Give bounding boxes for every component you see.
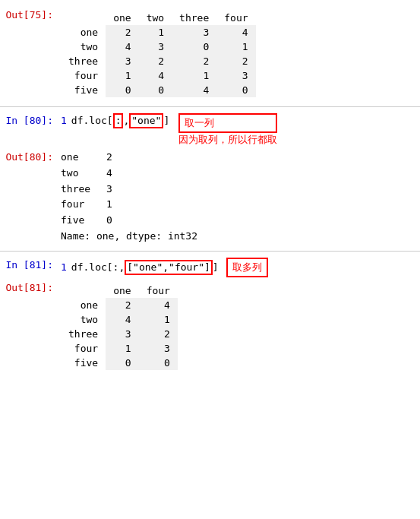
in80-string: "one" bbox=[129, 113, 163, 128]
cell-value: 4 bbox=[172, 83, 216, 97]
annotation-qu-yi-lie: 取一列 bbox=[178, 113, 277, 133]
in81-string: ["one","four"] bbox=[125, 260, 213, 275]
out81-table: one four one24two41three32four13five00 bbox=[61, 283, 178, 370]
cell-value: 4 bbox=[139, 68, 172, 83]
out75-cell: Out[75]: one two three four one2134two43… bbox=[0, 8, 420, 100]
cell-value: 1 bbox=[172, 68, 216, 83]
cell-value: 3 bbox=[106, 327, 138, 341]
cell-value: 0 bbox=[106, 356, 138, 370]
cell-value: 0 bbox=[139, 356, 178, 370]
row-label: four bbox=[61, 68, 106, 83]
series-val: 3 bbox=[106, 182, 112, 198]
annotation-qu-duo-lie: 取多列 bbox=[226, 258, 268, 277]
cell-value: 2 bbox=[106, 25, 138, 40]
cell-value: 2 bbox=[216, 54, 255, 68]
row-label: two bbox=[61, 40, 106, 54]
in81-code: 1 df.loc[:, ["one","four"] ] bbox=[61, 260, 219, 275]
cell-value: 2 bbox=[106, 298, 138, 312]
cell-value: 0 bbox=[216, 83, 255, 97]
row-label: three bbox=[61, 54, 106, 68]
col-header-three: three bbox=[172, 11, 216, 25]
table-row: three32 bbox=[61, 327, 178, 341]
in80-content: 1 df.loc[ : , "one" ] 取一列 因为取列，所以行都取 bbox=[61, 113, 420, 147]
table-row: four1413 bbox=[61, 68, 256, 83]
cell-value: 3 bbox=[139, 341, 178, 356]
out75-table: one two three four one2134two4301three32… bbox=[61, 11, 256, 97]
in80-label: In [80]: bbox=[0, 113, 61, 129]
out81-cell: Out[81]: one four one24two41three32four1… bbox=[0, 280, 420, 373]
row-label: one bbox=[61, 25, 106, 40]
series-label: five bbox=[61, 213, 106, 229]
cell-value: 0 bbox=[106, 83, 138, 97]
out80-content: one2two4three3four1five0 Name: one, dtyp… bbox=[61, 150, 420, 245]
cell-value: 1 bbox=[106, 341, 138, 356]
row-label: four bbox=[61, 341, 106, 356]
series-label: three bbox=[61, 182, 106, 198]
cell-value: 4 bbox=[106, 40, 138, 54]
cell-value: 3 bbox=[106, 54, 138, 68]
out80-cell: Out[80]: one2two4three3four1five0 Name: … bbox=[0, 150, 420, 245]
cell-value: 4 bbox=[106, 312, 138, 327]
out80-meta: Name: one, dtype: int32 bbox=[61, 229, 420, 245]
col-header-one2: one bbox=[106, 283, 138, 298]
in81-code-end: ] bbox=[213, 261, 219, 273]
series-row: two4 bbox=[61, 166, 420, 182]
series-val: 2 bbox=[106, 150, 112, 166]
cell-value: 4 bbox=[216, 25, 255, 40]
col-header-four: four bbox=[216, 11, 255, 25]
in80-cell: In [80]: 1 df.loc[ : , "one" ] 取一列 因为取列，… bbox=[0, 113, 420, 147]
row-label: one bbox=[61, 298, 106, 312]
col-header-empty bbox=[61, 11, 106, 25]
cell-value: 1 bbox=[139, 312, 178, 327]
in80-code-before: df.loc[ bbox=[71, 115, 113, 126]
series-val: 1 bbox=[106, 197, 112, 213]
series-val: 4 bbox=[106, 166, 112, 182]
row-label: two bbox=[61, 312, 106, 327]
series-val: 0 bbox=[106, 213, 112, 229]
in81-cell: In [81]: 1 df.loc[:, ["one","four"] ] 取多… bbox=[0, 258, 420, 277]
table-row: one2134 bbox=[61, 25, 256, 40]
row-label: five bbox=[61, 356, 106, 370]
cell-value: 4 bbox=[139, 298, 178, 312]
row-label: three bbox=[61, 327, 106, 341]
table-row: four13 bbox=[61, 341, 178, 356]
in81-code-before: df.loc[:, bbox=[71, 261, 125, 273]
cell-value: 3 bbox=[172, 25, 216, 40]
in80-annotations: 取一列 因为取列，所以行都取 bbox=[172, 113, 277, 147]
in80-linenum: 1 bbox=[61, 115, 67, 126]
series-row: three3 bbox=[61, 182, 420, 198]
in80-code-end: ] bbox=[163, 115, 169, 126]
col-header-empty2 bbox=[61, 283, 106, 298]
table-row: one24 bbox=[61, 298, 178, 312]
annotation-all-rows: 因为取列，所以行都取 bbox=[178, 133, 277, 147]
out75-content: one two three four one2134two4301three32… bbox=[61, 8, 420, 100]
col-header-one: one bbox=[106, 11, 138, 25]
series-row: four1 bbox=[61, 197, 420, 213]
table-row: two4301 bbox=[61, 40, 256, 54]
series-label: one bbox=[61, 150, 106, 166]
in80-comma: , bbox=[123, 115, 129, 126]
cell-value: 3 bbox=[139, 40, 172, 54]
series-row: one2 bbox=[61, 150, 420, 166]
cell-value: 2 bbox=[139, 54, 172, 68]
in80-colon: : bbox=[113, 113, 124, 128]
out80-series: one2two4three3four1five0 bbox=[61, 150, 420, 229]
table-row: three3222 bbox=[61, 54, 256, 68]
out81-label: Out[81]: bbox=[0, 280, 61, 296]
table-row: two41 bbox=[61, 312, 178, 327]
col-header-four2: four bbox=[139, 283, 178, 298]
cell-value: 3 bbox=[216, 68, 255, 83]
cell-value: 1 bbox=[106, 68, 138, 83]
out80-label: Out[80]: bbox=[0, 150, 61, 166]
series-label: two bbox=[61, 166, 106, 182]
cell-value: 1 bbox=[139, 25, 172, 40]
row-label: five bbox=[61, 83, 106, 97]
out75-label: Out[75]: bbox=[0, 8, 61, 24]
cell-value: 2 bbox=[139, 327, 178, 341]
cell-value: 2 bbox=[172, 54, 216, 68]
col-header-two: two bbox=[139, 11, 172, 25]
cell-value: 0 bbox=[172, 40, 216, 54]
in81-label: In [81]: bbox=[0, 258, 61, 274]
table-row: five00 bbox=[61, 356, 178, 370]
cell-value: 0 bbox=[139, 83, 172, 97]
